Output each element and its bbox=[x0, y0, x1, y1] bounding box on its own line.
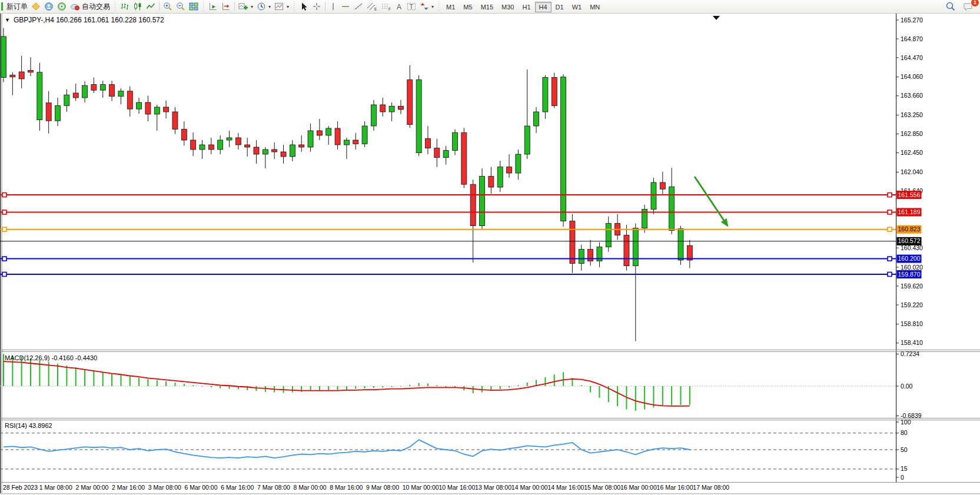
community-icon bbox=[44, 2, 54, 11]
chart-canvas[interactable]: 165.270164.870164.470164.060163.660163.2… bbox=[0, 14, 980, 495]
price-tick-label: 165.270 bbox=[901, 16, 923, 24]
candle bbox=[91, 85, 97, 91]
timeframe-M5[interactable]: M5 bbox=[459, 2, 476, 12]
support-line-1-handle[interactable] bbox=[888, 257, 892, 261]
candle bbox=[516, 154, 521, 173]
search-button[interactable] bbox=[944, 1, 958, 12]
timeframe-D1[interactable]: D1 bbox=[552, 2, 568, 12]
candle bbox=[127, 91, 132, 109]
pivot-line-price-tag: 160.823 bbox=[897, 225, 922, 234]
timeframe-M15[interactable]: M15 bbox=[477, 2, 497, 12]
candle bbox=[480, 177, 485, 226]
chevron-down-icon: ▾ bbox=[251, 4, 253, 9]
resistance-line-1-handle[interactable] bbox=[2, 193, 6, 197]
candle bbox=[489, 177, 494, 187]
horizontal-line-button[interactable] bbox=[339, 1, 352, 12]
candle bbox=[678, 228, 683, 260]
new-order-button[interactable]: 新订单 bbox=[5, 1, 29, 12]
price-tick-label: 162.450 bbox=[901, 149, 923, 156]
candle bbox=[28, 71, 34, 72]
fibonacci-button[interactable]: F bbox=[379, 1, 393, 12]
svg-text:161.189: 161.189 bbox=[898, 208, 921, 215]
date-tick-label: 2 Mar 16:00 bbox=[112, 484, 145, 491]
zoom-in-button[interactable] bbox=[161, 1, 174, 12]
tile-windows-button[interactable] bbox=[187, 1, 200, 12]
community-button[interactable] bbox=[42, 1, 55, 12]
date-tick-label: 2 Mar 00:00 bbox=[75, 484, 108, 491]
indicators-button[interactable]: ▾ bbox=[237, 1, 255, 12]
zoom-in-icon bbox=[163, 2, 172, 11]
macd-axis-label: 0.7234 bbox=[901, 350, 919, 357]
bar-chart-button[interactable] bbox=[118, 1, 131, 12]
timeframe-H1[interactable]: H1 bbox=[518, 2, 534, 12]
candle bbox=[272, 150, 277, 152]
price-tick-label: 162.850 bbox=[901, 130, 923, 137]
templates-button[interactable]: ▾ bbox=[273, 1, 291, 12]
toolbar-grip bbox=[293, 2, 295, 11]
candle bbox=[137, 102, 142, 109]
timeframe-M30[interactable]: M30 bbox=[497, 2, 518, 12]
candle bbox=[570, 221, 575, 264]
chart-shift-button[interactable] bbox=[220, 1, 232, 12]
candle bbox=[235, 138, 241, 145]
resistance-line-1-handle[interactable] bbox=[888, 193, 892, 197]
resistance-line-2-handle[interactable] bbox=[2, 210, 6, 214]
crosshair-button[interactable] bbox=[310, 1, 323, 12]
auto-scroll-button[interactable] bbox=[207, 1, 220, 12]
vertical-line-button[interactable] bbox=[327, 1, 339, 12]
candle bbox=[227, 138, 232, 140]
support-line-2-handle[interactable] bbox=[2, 273, 6, 277]
candle bbox=[191, 140, 196, 150]
rsi-axis-label: 50 bbox=[901, 446, 908, 453]
zoom-out-button[interactable] bbox=[174, 1, 187, 12]
metaeditor-button[interactable] bbox=[29, 1, 42, 12]
text-button[interactable]: A bbox=[393, 1, 405, 12]
support-line-2-handle[interactable] bbox=[888, 273, 892, 277]
trendline-button[interactable] bbox=[352, 1, 365, 12]
candlestick-button[interactable] bbox=[131, 1, 144, 12]
chat-button[interactable]: 1 bbox=[961, 1, 975, 12]
date-tick-label: 3 Mar 08:00 bbox=[148, 484, 181, 491]
date-tick-label: 8 Mar 16:00 bbox=[330, 484, 363, 491]
timeframe-M1[interactable]: M1 bbox=[442, 2, 459, 12]
text-label-button[interactable]: T bbox=[405, 1, 418, 12]
price-tick-label: 164.060 bbox=[901, 73, 923, 80]
candlestick-icon bbox=[133, 2, 142, 11]
timeframe-W1[interactable]: W1 bbox=[568, 2, 586, 12]
metaeditor-icon bbox=[31, 2, 41, 11]
candle bbox=[543, 78, 548, 112]
support-line-1-handle[interactable] bbox=[2, 257, 6, 261]
chart-background bbox=[0, 14, 980, 495]
date-axis[interactable]: 28 Feb 20231 Mar 08:002 Mar 00:002 Mar 1… bbox=[3, 484, 729, 491]
clipped-icon bbox=[1, 2, 3, 11]
periods-button[interactable]: ▾ bbox=[255, 1, 273, 12]
candle bbox=[181, 129, 187, 140]
candle bbox=[660, 182, 665, 189]
pivot-line-handle[interactable] bbox=[2, 227, 6, 231]
arrows-icon bbox=[420, 2, 429, 11]
candle bbox=[461, 132, 467, 184]
chevron-down-icon: ▾ bbox=[431, 4, 434, 9]
timeframe-H4[interactable]: H4 bbox=[535, 2, 552, 12]
candle bbox=[100, 85, 105, 91]
candle bbox=[389, 106, 394, 112]
line-chart-button[interactable] bbox=[144, 1, 157, 12]
autotrading-button[interactable]: 自动交易 bbox=[68, 1, 112, 12]
equidistant-channel-icon: E bbox=[367, 2, 377, 11]
candle bbox=[73, 93, 78, 98]
arrows-button[interactable]: ▾ bbox=[418, 1, 436, 12]
channel-button[interactable]: E bbox=[365, 1, 379, 12]
candle bbox=[470, 184, 476, 225]
cursor-button[interactable] bbox=[297, 1, 310, 12]
resistance-line-2-handle[interactable] bbox=[888, 210, 892, 214]
candle bbox=[335, 128, 340, 145]
candle bbox=[624, 235, 629, 266]
signals-button[interactable] bbox=[55, 1, 68, 12]
toolbar-grip bbox=[114, 2, 117, 11]
price-tick-label: 158.810 bbox=[901, 320, 923, 327]
toolbar: 新订单 自动交易 ▾ ▾ ▾ E F A T ▾ M1M5M15M30H1H4D… bbox=[0, 0, 980, 14]
support-line-2-price-tag: 159.870 bbox=[897, 270, 922, 278]
timeframe-MN[interactable]: MN bbox=[586, 2, 604, 12]
rsi-axis-label: 15 bbox=[901, 465, 908, 472]
pivot-line-handle[interactable] bbox=[888, 227, 892, 231]
